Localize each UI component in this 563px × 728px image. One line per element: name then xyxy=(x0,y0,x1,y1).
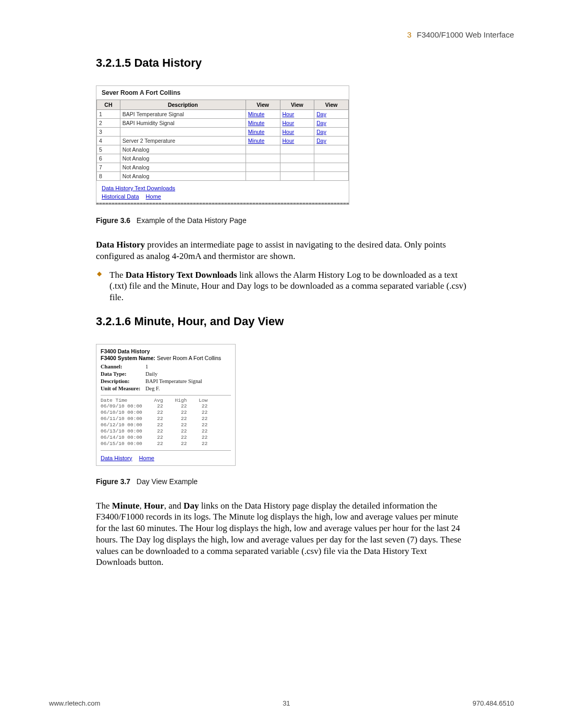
f2-sysname-label: F3400 System Name: xyxy=(101,355,155,361)
kv-value: Daily xyxy=(145,371,157,377)
cell-view[interactable]: Hour xyxy=(280,128,314,137)
cell-view xyxy=(314,163,349,172)
table-row: 6Not Analog xyxy=(97,154,349,163)
cell-view[interactable]: Hour xyxy=(280,119,314,128)
col-view3: View xyxy=(314,100,349,110)
table-row: 3MinuteHourDay xyxy=(97,128,349,137)
cell-view xyxy=(280,145,314,154)
footer-page: 31 xyxy=(283,699,290,707)
cell-desc xyxy=(120,128,246,137)
link-data-history[interactable]: Data History xyxy=(101,455,132,461)
bullet-downloads: The Data History Text Downloads link all… xyxy=(107,269,467,303)
para-minute-hour-day: The Minute, Hour, and Day links on the D… xyxy=(96,500,467,569)
link-data-history-text-downloads[interactable]: Data History Text Downloads xyxy=(102,185,175,191)
figure-border-decoration xyxy=(96,203,349,204)
table-row: 7Not Analog xyxy=(97,163,349,172)
section-heading-minute-hour-day: 3.2.1.6 Minute, Hour, and Day View xyxy=(96,315,467,328)
cell-view[interactable]: Hour xyxy=(280,110,314,119)
col-view1: View xyxy=(246,100,280,110)
table-row: 5Not Analog xyxy=(97,145,349,154)
cell-view[interactable]: Day xyxy=(314,128,349,137)
kv-row: Channel:1 xyxy=(101,363,231,371)
link-home[interactable]: Home xyxy=(146,193,161,200)
cell-view xyxy=(246,145,280,154)
cell-desc: Not Analog xyxy=(120,172,246,181)
kv-row: Data Type:Daily xyxy=(101,371,231,378)
cell-view xyxy=(246,172,280,181)
cell-view xyxy=(280,163,314,172)
cell-view xyxy=(246,163,280,172)
figure-caption-3-7: Figure 3.7 Day View Example xyxy=(96,477,467,486)
kv-row: Description:BAPI Temperature Signal xyxy=(101,378,231,385)
table-row: 1BAPI Temperature SignalMinuteHourDay xyxy=(97,110,349,119)
table-row: 4Server 2 TemperatureMinuteHourDay xyxy=(97,137,349,145)
footer-phone: 970.484.6510 xyxy=(472,699,514,707)
section-heading-data-history: 3.2.1.5 Data History xyxy=(96,56,467,70)
kv-value: 1 xyxy=(145,364,148,369)
cell-ch: 5 xyxy=(97,145,120,154)
cell-view[interactable]: Hour xyxy=(280,137,314,145)
breadcrumb: 3 F3400/F1000 Web Interface xyxy=(407,30,514,39)
cell-view[interactable]: Minute xyxy=(246,128,280,137)
cell-view xyxy=(314,154,349,163)
f2-sysname-value: Sever Room A Fort Collins xyxy=(157,355,221,361)
col-ch: CH xyxy=(97,100,120,110)
cell-view[interactable]: Minute xyxy=(246,119,280,128)
cell-ch: 8 xyxy=(97,172,120,181)
footer-url: www.rletech.com xyxy=(49,699,100,707)
cell-ch: 6 xyxy=(97,154,120,163)
table-row: 8Not Analog xyxy=(97,172,349,181)
cell-view[interactable]: Minute xyxy=(246,137,280,145)
cell-view[interactable]: Day xyxy=(314,137,349,145)
cell-desc: BAPI Temperature Signal xyxy=(120,110,246,119)
cell-ch: 1 xyxy=(97,110,120,119)
kv-value: BAPI Temperature Signal xyxy=(145,378,202,384)
page-footer: www.rletech.com 31 970.484.6510 xyxy=(49,699,514,707)
figure-day-view: F3400 Data History F3400 System Name: Se… xyxy=(96,344,236,466)
f2-title: F3400 Data History xyxy=(101,348,150,354)
kv-key: Data Type: xyxy=(101,371,145,378)
cell-desc: Not Analog xyxy=(120,154,246,163)
cell-ch: 3 xyxy=(97,128,120,137)
cell-ch: 2 xyxy=(97,119,120,128)
chapter-number: 3 xyxy=(407,30,411,39)
cell-view xyxy=(314,172,349,181)
cell-view[interactable]: Day xyxy=(314,119,349,128)
kv-row: Unit of Measure:Deg F. xyxy=(101,385,231,392)
cell-view[interactable]: Day xyxy=(314,110,349,119)
table-row: 2BAPI Humidity SignalMinuteHourDay xyxy=(97,119,349,128)
cell-view xyxy=(280,172,314,181)
cell-desc: BAPI Humidity Signal xyxy=(120,119,246,128)
cell-view xyxy=(314,145,349,154)
link-historical-data[interactable]: Historical Data xyxy=(102,193,139,200)
cell-desc: Not Analog xyxy=(120,145,246,154)
cell-view xyxy=(280,154,314,163)
figure-room-title: Sever Room A Fort Collins xyxy=(96,86,349,100)
cell-ch: 4 xyxy=(97,137,120,145)
cell-desc: Server 2 Temperature xyxy=(120,137,246,145)
cell-desc: Not Analog xyxy=(120,163,246,172)
data-history-table: CH Description View View View 1BAPI Temp… xyxy=(96,100,349,181)
kv-value: Deg F. xyxy=(145,386,160,391)
chapter-title: F3400/F1000 Web Interface xyxy=(417,30,514,39)
kv-key: Description: xyxy=(101,378,145,385)
kv-key: Channel: xyxy=(101,363,145,371)
figure-caption-3-6: Figure 3.6 Example of the Data History P… xyxy=(96,216,467,225)
cell-view xyxy=(246,154,280,163)
cell-view[interactable]: Minute xyxy=(246,110,280,119)
link-home-2[interactable]: Home xyxy=(139,455,154,461)
cell-ch: 7 xyxy=(97,163,120,172)
col-view2: View xyxy=(280,100,314,110)
col-desc: Description xyxy=(120,100,246,110)
kv-key: Unit of Measure: xyxy=(101,385,145,392)
log-data-block: Date Time Avg High Low 06/09/10 00:00 22… xyxy=(101,398,231,447)
figure-data-history: Sever Room A Fort Collins CH Description… xyxy=(96,85,349,205)
para-data-history-intro: Data History provides an intermediate pa… xyxy=(96,239,467,262)
